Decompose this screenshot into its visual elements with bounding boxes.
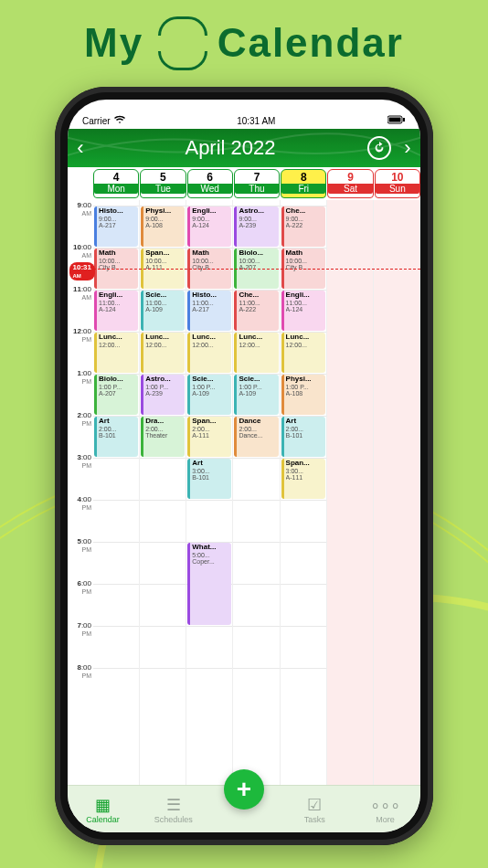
event-room: A-124 <box>99 306 136 313</box>
event-block[interactable]: Che...11:00...A-222 <box>234 291 278 331</box>
event-room: A-217 <box>192 306 229 313</box>
day-name: Fri <box>281 184 325 194</box>
event-title: Art <box>192 460 229 468</box>
event-time: 9:00... <box>99 216 136 223</box>
app-title-left: My <box>84 20 143 65</box>
event-time: 11:00... <box>99 300 136 307</box>
event-block[interactable]: Dance2:00...Dance... <box>234 417 278 457</box>
day-tab-thu[interactable]: 7Thu <box>234 169 280 198</box>
day-tab-tue[interactable]: 5Tue <box>140 169 186 198</box>
event-block[interactable]: Astro...9:00...A-239 <box>234 206 278 247</box>
event-time: 1:00 P... <box>99 384 136 391</box>
event-time: 11:00... <box>192 300 229 307</box>
event-time: 9:00... <box>239 216 276 223</box>
event-block[interactable]: What...5:00...Coper... <box>187 543 231 625</box>
day-tab-wed[interactable]: 6Wed <box>187 169 233 198</box>
day-tab-sun[interactable]: 10Sun <box>375 169 420 198</box>
event-title: Che... <box>239 291 276 300</box>
event-block[interactable]: Art3:00...B-101 <box>187 459 231 499</box>
event-room: City B... <box>99 264 136 271</box>
event-time: 3:00... <box>286 468 324 475</box>
event-time: 11:00... <box>286 300 324 307</box>
event-block[interactable]: Lunc...12:00... <box>141 333 185 373</box>
event-block[interactable]: Lunc...12:00... <box>187 333 231 373</box>
event-block[interactable]: Lunc...12:00... <box>94 333 138 373</box>
day-name: Tue <box>141 184 185 194</box>
day-tab-mon[interactable]: 4Mon <box>93 169 139 198</box>
day-tab-fri[interactable]: 8Fri <box>281 169 326 198</box>
event-block[interactable]: Physi...9:00...A-108 <box>141 206 185 247</box>
day-column <box>374 200 420 785</box>
event-block[interactable]: Lunc...12:00... <box>234 333 278 373</box>
day-columns: Histo...9:00...A-217Math10:00...City B..… <box>93 200 420 785</box>
event-room: Theater <box>145 432 183 439</box>
event-room: A-222 <box>286 222 324 229</box>
tab-tasks[interactable]: ☑ Tasks <box>280 795 350 824</box>
event-title: Math <box>192 249 229 258</box>
event-time: 12:00... <box>145 342 183 349</box>
event-title: Art <box>286 418 324 426</box>
event-title: Astro... <box>239 207 276 216</box>
event-room: City B... <box>192 264 229 271</box>
event-title: Art <box>99 418 136 426</box>
event-block[interactable]: Span...2:00...A-111 <box>187 417 231 457</box>
event-block[interactable]: Che...9:00...A-222 <box>281 206 325 247</box>
day-column: Astro...9:00...A-239Biolo...10:00...A-20… <box>233 200 280 785</box>
event-block[interactable]: Scie...11:00...A-109 <box>141 291 185 331</box>
day-tab-sat[interactable]: 9Sat <box>327 169 373 198</box>
event-block[interactable]: Scie...1:00 P...A-109 <box>234 375 278 415</box>
event-block[interactable]: Art2:00...B-101 <box>281 417 325 457</box>
event-title: Scie... <box>192 376 229 384</box>
event-title: Engli... <box>192 207 229 216</box>
event-time: 5:00... <box>192 552 229 559</box>
hour-label: 5:00PM <box>77 537 91 554</box>
app-title: My Calendar <box>0 20 488 66</box>
event-block[interactable]: Histo...9:00...A-217 <box>94 206 138 247</box>
event-block[interactable]: Engli...9:00...A-124 <box>187 206 231 247</box>
event-block[interactable]: Engli...11:00...A-124 <box>94 291 138 331</box>
hour-label: 7:00PM <box>77 621 91 638</box>
svg-rect-2 <box>403 118 405 122</box>
event-title: Che... <box>286 207 324 216</box>
event-time: 12:00... <box>99 342 136 349</box>
hour-label: 2:00PM <box>77 411 91 428</box>
event-time: 2:00... <box>192 426 229 433</box>
event-block[interactable]: Lunc...12:00... <box>281 333 325 373</box>
event-block[interactable]: Span...3:00...A-111 <box>281 459 325 499</box>
svg-rect-1 <box>388 118 400 122</box>
tab-calendar[interactable]: ▦ Calendar <box>68 795 138 824</box>
event-title: What... <box>192 544 229 552</box>
event-title: Scie... <box>145 291 183 300</box>
event-title: Span... <box>286 460 324 468</box>
hour-label: 10:00AM <box>73 243 91 259</box>
event-block[interactable]: Histo...11:00...A-217 <box>187 291 231 331</box>
event-room: A-222 <box>239 306 276 313</box>
phone-frame: Carrier 10:31 AM ‹ April 2022 › 4Mon5Tue… <box>55 87 433 845</box>
event-room: A-109 <box>192 390 229 397</box>
event-title: Engli... <box>99 291 136 300</box>
event-block[interactable]: Art2:00...B-101 <box>94 417 138 457</box>
tab-bar: ▦ Calendar ☰ Schedules ☑ Tasks ∘∘∘ More … <box>68 785 420 832</box>
day-header-row: 4Mon5Tue6Wed7Thu8Fri9Sat10Sun <box>68 167 420 200</box>
event-time: 1:00 P... <box>239 384 276 391</box>
day-number: 7 <box>235 171 279 184</box>
event-time: 2:00... <box>99 426 136 433</box>
event-block[interactable]: Biolo...1:00 P...A-207 <box>94 375 138 415</box>
wifi-icon <box>114 115 125 126</box>
event-block[interactable]: Physi...1:00 P...A-108 <box>281 375 325 415</box>
hour-label: 3:00PM <box>77 453 91 470</box>
tab-schedules[interactable]: ☰ Schedules <box>138 795 208 824</box>
event-title: Lunc... <box>145 333 183 342</box>
day-column <box>327 200 374 785</box>
event-block[interactable]: Dra...2:00...Theater <box>141 417 185 457</box>
tab-more[interactable]: ∘∘∘ More <box>350 795 420 824</box>
event-time: 12:00... <box>192 342 229 349</box>
calendar-grid[interactable]: 9:00AM10:00AM11:00AM12:00PM1:00PM2:00PM3… <box>68 200 420 785</box>
event-block[interactable]: Astro...1:00 P...A-239 <box>141 375 185 415</box>
event-block[interactable]: Engli...11:00...A-124 <box>281 291 325 331</box>
event-title: Biolo... <box>99 376 136 384</box>
event-block[interactable]: Scie...1:00 P...A-109 <box>187 375 231 415</box>
add-button[interactable]: + <box>224 769 264 810</box>
tab-tasks-label: Tasks <box>304 815 325 824</box>
day-name: Mon <box>94 184 138 194</box>
